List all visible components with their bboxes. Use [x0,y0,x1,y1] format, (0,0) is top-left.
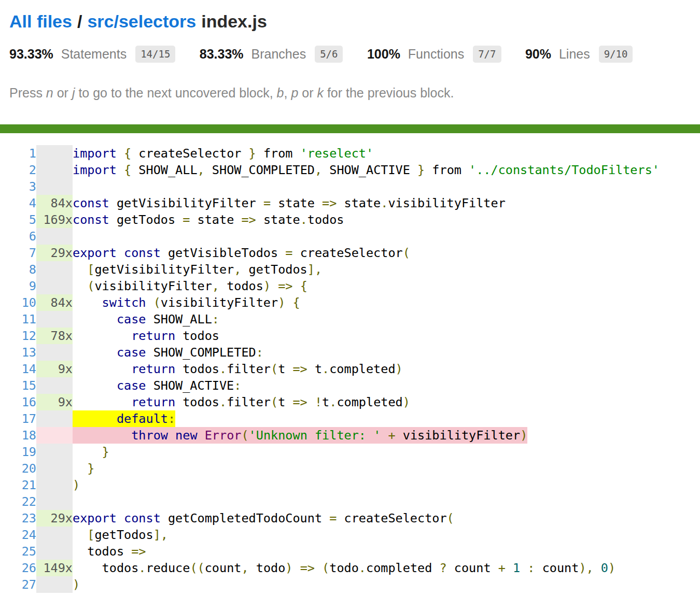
keyboard-help: Press n or j to go to the next uncovered… [9,86,690,101]
code-line-row: 8 [getVisibilityFilter, getTodos], [0,261,660,278]
line-number: 24 [0,527,36,543]
execution-count: 84x [36,195,73,211]
coverage-table: 1import { createSelector } from 'reselec… [0,145,660,593]
code-text: [getTodos], [73,527,660,543]
functions-percent: 100% [367,47,400,61]
execution-count [36,261,73,278]
line-number: 14 [0,361,36,377]
line-number: 27 [0,576,36,593]
help-key: b [277,86,284,100]
code-line-row: 21) [0,477,660,493]
code-text: [getVisibilityFilter, getTodos], [73,261,660,278]
execution-count [36,377,73,394]
code-text: todos.reduce((count, todo) => (todo.comp… [73,560,660,576]
line-number: 2 [0,162,36,178]
execution-count: 9x [36,394,73,410]
breadcrumb-link-src-selectors[interactable]: src/selectors [87,11,196,31]
metric-statements: 93.33% Statements 14/15 [9,46,175,63]
code-line-row: 169x return todos.filter(t => !t.complet… [0,394,660,410]
execution-count [36,527,73,543]
code-line-row: 22 [0,493,660,510]
line-number: 18 [0,427,36,444]
lines-label: Lines [559,47,590,61]
execution-count [36,543,73,560]
help-key: p [291,86,298,100]
code-text: default: [73,410,660,427]
code-line-row: 6 [0,228,660,245]
execution-count [36,278,73,294]
line-number: 7 [0,245,36,261]
execution-count [36,178,73,195]
functions-label: Functions [408,47,464,61]
statements-fraction-badge: 14/15 [135,46,175,63]
execution-count: 149x [36,560,73,576]
execution-count [36,576,73,593]
line-number: 17 [0,410,36,427]
line-number: 22 [0,493,36,510]
code-text: ) [73,576,660,593]
branches-percent: 83.33% [200,47,244,61]
execution-count [36,493,73,510]
execution-count [36,344,73,361]
code-text: switch (visibilityFilter) { [73,294,660,311]
breadcrumb-link-all-files[interactable]: All files [9,11,72,31]
line-number: 21 [0,477,36,493]
line-number: 19 [0,444,36,460]
execution-count [36,311,73,328]
code-line-row: 24 [getTodos], [0,527,660,543]
code-text: case SHOW_ALL: [73,311,660,328]
help-text: Press [9,86,46,100]
missing-branch-highlight: default: [73,410,175,427]
code-line-row: 729xexport const getVisibleTodos = creat… [0,245,660,261]
report-header: All files/src/selectorsindex.js 93.33% S… [0,0,700,101]
line-number: 25 [0,543,36,560]
help-text: or [53,86,72,100]
coverage-table-body: 1import { createSelector } from 'reselec… [0,145,660,593]
help-text: for the previous block. [324,86,454,100]
code-line-row: 1084x switch (visibilityFilter) { [0,294,660,311]
execution-count [36,427,73,444]
code-line-row: 149x return todos.filter(t => t.complete… [0,361,660,377]
execution-count [36,460,73,477]
code-text: todos => [73,543,660,560]
code-text: import { SHOW_ALL, SHOW_COMPLETED, SHOW_… [73,162,660,178]
code-text: case SHOW_ACTIVE: [73,377,660,394]
execution-count: 169x [36,211,73,228]
branches-fraction-badge: 5/6 [315,46,343,63]
code-text: return todos.filter(t => t.completed) [73,361,660,377]
code-text: } [73,444,660,460]
code-text: export const getVisibleTodos = createSel… [73,245,660,261]
line-number: 4 [0,195,36,211]
code-text [73,493,660,510]
statements-percent: 93.33% [9,47,53,61]
line-number: 23 [0,510,36,527]
code-text: return todos.filter(t => !t.completed) [73,394,660,410]
line-number: 8 [0,261,36,278]
uncovered-statement-highlight: throw new Error('Unknown filter: ' + vis… [73,427,527,444]
code-line-row: 11 case SHOW_ALL: [0,311,660,328]
code-text: export const getCompletedTodoCount = cre… [73,510,660,527]
functions-fraction-badge: 7/7 [473,46,501,63]
help-text: to go to the next uncovered block, [75,86,276,100]
code-text: return todos [73,328,660,344]
execution-count: 29x [36,245,73,261]
lines-percent: 90% [525,47,551,61]
line-number: 5 [0,211,36,228]
line-number: 15 [0,377,36,394]
code-line-row: 26149x todos.reduce((count, todo) => (to… [0,560,660,576]
code-text: const getTodos = state => state.todos [73,211,660,228]
code-line-row: 27) [0,576,660,593]
code-line-row: 15 case SHOW_ACTIVE: [0,377,660,394]
line-number: 9 [0,278,36,294]
code-line-row: 18 throw new Error('Unknown filter: ' + … [0,427,660,444]
execution-count [36,162,73,178]
line-number: 16 [0,394,36,410]
line-number: 6 [0,228,36,245]
code-text: import { createSelector } from 'reselect… [73,145,660,162]
code-text [73,178,660,195]
execution-count [36,444,73,460]
page-title-filename: index.js [201,11,267,31]
code-text: (visibilityFilter, todos) => { [73,278,660,294]
branches-label: Branches [251,47,306,61]
code-line-row: 484xconst getVisibilityFilter = state =>… [0,195,660,211]
